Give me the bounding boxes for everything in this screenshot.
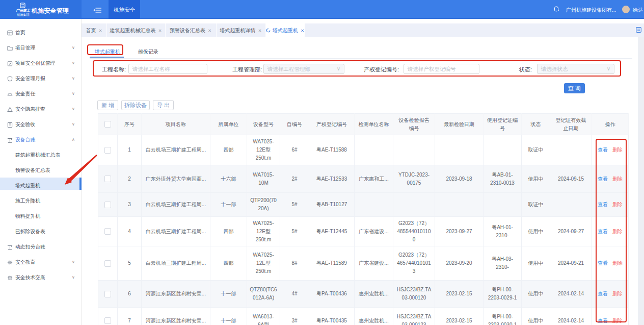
svg-text:机施集团: 机施集团 bbox=[17, 13, 30, 17]
svg-text:广州建工: 广州建工 bbox=[15, 8, 31, 13]
